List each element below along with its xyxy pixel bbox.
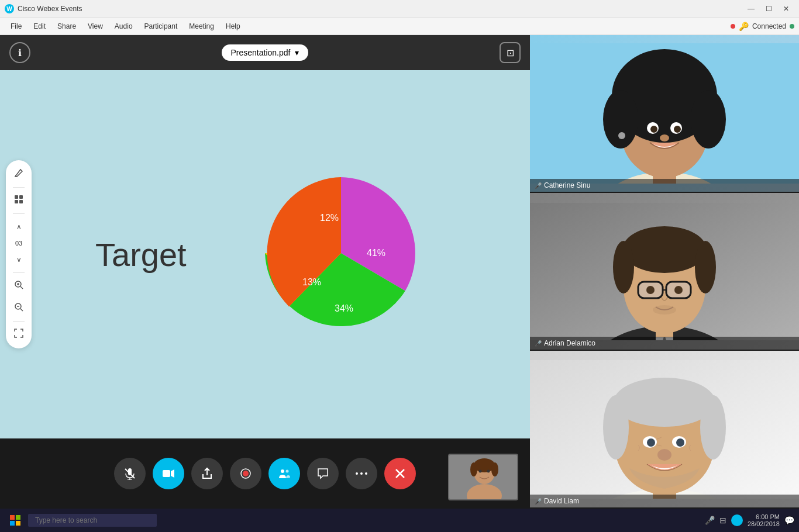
title-bar-left: W Cisco Webex Events [5, 4, 82, 13]
menu-bar: File Edit Share View Audio Participant M… [0, 18, 799, 35]
participant-tile-2: 🎤 Adrian Delamico [530, 193, 799, 351]
record-indicator [731, 24, 735, 29]
presentation-info-button[interactable]: ℹ [9, 42, 30, 63]
presentation-name-button[interactable]: Presentation.pdf ▾ [222, 44, 309, 61]
status-label: Connected [752, 22, 786, 30]
app-title: Cisco Webex Events [18, 5, 82, 13]
grid-icon [13, 194, 24, 207]
svg-point-27 [281, 469, 284, 473]
svg-rect-84 [10, 521, 15, 526]
participant-mic-icon-3: 🎤 [535, 498, 542, 505]
taskbar: 🎤 ⊟ 6:00 PM 28/02/2018 💬 [0, 509, 799, 532]
title-bar-controls: — ☐ ✕ [743, 3, 794, 15]
presentation-layout-button[interactable]: ⊡ [500, 42, 521, 63]
share-button[interactable] [191, 458, 223, 489]
taskbar-right: 🎤 ⊟ 6:00 PM 28/02/2018 💬 [705, 513, 794, 527]
svg-line-12 [20, 309, 23, 311]
layout-icon: ⊡ [507, 47, 514, 58]
svg-point-63 [695, 241, 716, 293]
grid-tool-button[interactable] [9, 191, 28, 210]
search-input[interactable] [28, 514, 157, 527]
menu-help[interactable]: Help [220, 20, 246, 33]
pie-chart: 41% 34% 13% 12% [253, 165, 429, 343]
end-call-button[interactable] [384, 458, 416, 489]
down-icon: ∨ [16, 255, 22, 264]
svg-rect-85 [16, 521, 20, 526]
notification-icon: 💬 [784, 516, 794, 525]
svg-point-31 [365, 472, 367, 475]
divider [13, 321, 25, 322]
mute-button[interactable] [114, 458, 146, 489]
chat-button[interactable] [307, 458, 339, 489]
divider [13, 213, 25, 214]
svg-point-76 [700, 395, 726, 460]
svg-point-74 [614, 378, 715, 427]
svg-point-38 [470, 462, 477, 476]
svg-point-54 [618, 132, 625, 139]
svg-point-52 [674, 126, 681, 133]
svg-point-61 [622, 226, 707, 273]
taskbar-mic-icon: 🎤 [705, 516, 715, 525]
participants-button[interactable] [268, 458, 300, 489]
page-up-button[interactable]: ∧ [9, 217, 28, 236]
start-button[interactable] [5, 510, 26, 531]
zoom-in-button[interactable] [9, 277, 28, 295]
participants-panel: 🎤 Catherine Sinu [530, 35, 799, 509]
participant-face-1 [530, 35, 799, 192]
video-button[interactable] [153, 458, 184, 489]
svg-point-62 [613, 241, 634, 293]
slide-left-toolbar: ∧ 03 ∨ [6, 160, 32, 348]
svg-point-67 [646, 286, 655, 294]
svg-point-80 [676, 438, 684, 447]
svg-point-68 [674, 286, 683, 294]
zoom-in-icon [13, 279, 24, 292]
divider [13, 187, 25, 188]
svg-text:34%: 34% [335, 303, 353, 313]
svg-rect-83 [16, 515, 20, 520]
fullscreen-button[interactable] [9, 325, 28, 344]
svg-text:41%: 41% [367, 248, 385, 258]
svg-point-47 [603, 90, 638, 148]
more-button[interactable] [346, 458, 377, 489]
minimize-button[interactable]: — [743, 3, 759, 15]
menu-share[interactable]: Share [51, 20, 82, 33]
page-down-button[interactable]: ∨ [9, 250, 28, 269]
participant-tile-3: 🎤 David Liam [530, 351, 799, 509]
date-display: 28/02/2018 [748, 520, 780, 527]
fullscreen-icon [13, 328, 24, 341]
menu-edit[interactable]: Edit [27, 20, 51, 33]
menu-meeting[interactable]: Meeting [183, 20, 220, 33]
menu-view[interactable]: View [82, 20, 109, 33]
menu-participant[interactable]: Participant [139, 20, 184, 33]
svg-point-48 [691, 90, 726, 148]
svg-marker-22 [171, 469, 174, 478]
close-button[interactable]: ✕ [778, 3, 794, 15]
svg-point-81 [657, 449, 671, 461]
menu-file[interactable]: File [5, 20, 27, 33]
main-content: ℹ Presentation.pdf ▾ ⊡ [0, 35, 799, 509]
zoom-out-button[interactable] [9, 299, 28, 317]
maximize-button[interactable]: ☐ [760, 3, 777, 15]
dropdown-icon: ▾ [295, 48, 299, 57]
svg-line-9 [20, 286, 23, 289]
slide-main-text: Target [95, 236, 187, 274]
svg-point-79 [647, 438, 655, 447]
participant-name-bar-3: 🎤 David Liam [530, 495, 799, 507]
zoom-out-icon [13, 302, 24, 315]
up-icon: ∧ [16, 223, 22, 231]
record-button[interactable] [230, 458, 261, 489]
pres-toolbar: ℹ Presentation.pdf ▾ ⊡ [0, 35, 530, 70]
participant-name-2: Adrian Delamico [544, 339, 595, 347]
draw-tool-button[interactable] [9, 165, 28, 184]
key-icon: 🔑 [739, 22, 749, 31]
svg-rect-4 [15, 200, 18, 203]
presentation-panel: ℹ Presentation.pdf ▾ ⊡ [0, 35, 530, 509]
menu-audio[interactable]: Audio [109, 20, 139, 33]
self-view [448, 454, 518, 500]
slide-area: ∧ 03 ∨ [0, 70, 530, 438]
participant-face-2 [530, 193, 799, 350]
title-bar: W Cisco Webex Events — ☐ ✕ [0, 0, 799, 18]
svg-point-29 [356, 472, 358, 475]
svg-point-51 [650, 126, 657, 133]
participant-face-3 [530, 351, 799, 507]
